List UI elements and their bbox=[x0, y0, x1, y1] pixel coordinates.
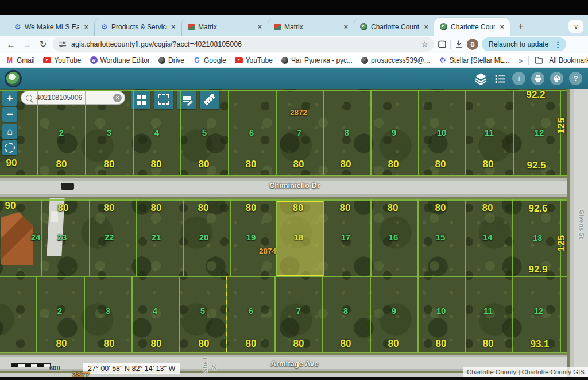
bookmark-stellar-stellar-ml[interactable]: ⚙Stellar [Stellar ML... bbox=[439, 56, 510, 64]
lot-number-label: 12 bbox=[534, 306, 544, 315]
address-bar[interactable]: agis.charlottecountyfl.gov/ccgis/?acct=4… bbox=[53, 37, 434, 52]
tab-close-icon[interactable]: × bbox=[342, 22, 349, 31]
home-button[interactable]: ⌂ bbox=[2, 124, 17, 139]
tab-label: We Make MLS Easy | bbox=[25, 23, 79, 31]
bookmark-star-icon[interactable]: ☆ bbox=[421, 40, 428, 49]
bookmark-label: Drive bbox=[168, 56, 184, 64]
parcel-line bbox=[0, 90, 567, 91]
youtube-icon bbox=[43, 57, 51, 63]
help-icon[interactable]: ? bbox=[569, 72, 582, 85]
parcel-line bbox=[512, 276, 513, 352]
bookmark-prosuccess539[interactable]: prosuccess539@... bbox=[361, 56, 430, 64]
layers-icon[interactable] bbox=[474, 71, 488, 86]
zoom-in-button[interactable]: + bbox=[2, 91, 17, 106]
youtube-icon bbox=[235, 57, 243, 63]
bookmark-drive[interactable]: Drive bbox=[158, 56, 184, 64]
forward-icon[interactable]: → bbox=[21, 40, 33, 49]
parcel-search-box[interactable]: ✕ bbox=[21, 91, 125, 105]
parcel-line bbox=[274, 276, 276, 352]
bookmark-[interactable]: Чат Рулетка - рус... bbox=[281, 56, 353, 64]
lot-number-label: 6 bbox=[249, 306, 253, 315]
bookmark-google[interactable]: GGoogle bbox=[193, 56, 226, 64]
tab-close-icon[interactable]: × bbox=[498, 22, 505, 31]
info-icon[interactable]: i bbox=[512, 72, 525, 85]
dimension-label: 80 bbox=[483, 339, 494, 348]
tab-label: Charlotte County Pro bbox=[371, 23, 419, 31]
bookmark-gmail[interactable]: MGmail bbox=[6, 56, 34, 64]
legend-list-icon[interactable] bbox=[494, 72, 506, 85]
lot-number-label: 20 bbox=[199, 233, 209, 241]
profile-avatar[interactable]: B bbox=[467, 39, 478, 50]
scale-label: 60ft bbox=[49, 364, 61, 371]
locate-button[interactable] bbox=[2, 140, 17, 155]
all-bookmarks-button[interactable]: All Bookmarks bbox=[549, 56, 588, 64]
bookmark-wordtune-editor[interactable]: wWordtune Editor bbox=[90, 56, 150, 64]
lot-number-label: 19 bbox=[246, 233, 256, 241]
zoom-out-button[interactable]: − bbox=[2, 107, 17, 122]
dimension-label: 80 bbox=[104, 159, 115, 169]
dimension-label: 80 bbox=[199, 159, 210, 169]
dimension-label: 125 bbox=[556, 235, 566, 251]
tab-we-make-mls-easy[interactable]: ⚙We Make MLS Easy |× bbox=[8, 18, 94, 36]
tab-charlotte-county-pro[interactable]: Charlotte County Pro× bbox=[354, 18, 434, 36]
new-tab-button[interactable]: + bbox=[513, 19, 528, 34]
palette-icon[interactable] bbox=[550, 72, 563, 85]
tab-close-icon[interactable]: × bbox=[170, 22, 177, 31]
search-input[interactable] bbox=[35, 93, 105, 102]
toolbar-divider bbox=[450, 40, 451, 49]
tab-charlotte-county-gis[interactable]: Charlotte County GIS× bbox=[434, 18, 510, 36]
lot-number-label: 13 bbox=[533, 233, 543, 242]
reload-icon[interactable]: ↻ bbox=[37, 39, 49, 49]
street-label: Armitage Ave bbox=[271, 360, 319, 367]
bookmark-label: YouTube bbox=[246, 56, 273, 64]
measure-tool[interactable] bbox=[200, 90, 219, 109]
back-icon[interactable]: ← bbox=[5, 40, 17, 49]
folder-icon bbox=[535, 56, 543, 64]
gis-header-icons: i ? bbox=[0, 68, 588, 89]
parcel-line bbox=[322, 276, 323, 352]
basemap-grid-tool[interactable] bbox=[131, 90, 150, 109]
bookmark-youtube[interactable]: YouTube bbox=[235, 56, 273, 64]
parcel-line bbox=[465, 199, 466, 276]
tab-search-chevron-icon[interactable]: ∨ bbox=[568, 20, 583, 33]
parcel-line bbox=[179, 276, 180, 352]
matrix-icon bbox=[188, 24, 195, 30]
lot-number-label: 15 bbox=[436, 233, 446, 241]
lot-number-label: 23 bbox=[57, 233, 67, 241]
clear-search-icon[interactable]: ✕ bbox=[113, 94, 122, 102]
lot-number-label: 11 bbox=[483, 306, 493, 315]
select-area-tool[interactable] bbox=[154, 90, 173, 109]
print-icon[interactable] bbox=[531, 72, 544, 85]
county-icon bbox=[440, 23, 447, 30]
browser-menu-icon[interactable]: ⋮ bbox=[552, 40, 564, 49]
tab-products-services[interactable]: ⚙Products & Services× bbox=[94, 18, 181, 36]
tab-close-icon[interactable]: × bbox=[256, 22, 263, 31]
dimension-label: 80 bbox=[56, 159, 67, 169]
bookmarks-overflow-icon[interactable]: » bbox=[519, 56, 523, 65]
downloads-icon[interactable] bbox=[454, 40, 463, 49]
map-canvas[interactable]: 60ft 27° 00' 58" N 82° 14' 13" W Charlot… bbox=[0, 89, 588, 377]
bookmarks-divider bbox=[528, 56, 529, 65]
parked-vehicle bbox=[51, 211, 58, 222]
site-settings-icon[interactable] bbox=[59, 40, 67, 48]
tab-matrix[interactable]: Matrix× bbox=[181, 18, 268, 36]
globe-icon bbox=[281, 57, 288, 64]
google-icon: G bbox=[193, 57, 201, 64]
lot-number-label: 3 bbox=[106, 306, 110, 315]
dimension-label: 80 bbox=[341, 339, 351, 348]
relaunch-to-update-button[interactable]: Relaunch to update ⋮ bbox=[482, 37, 566, 51]
dimension-label: 80 bbox=[483, 159, 494, 169]
tab-close-icon[interactable]: × bbox=[83, 22, 90, 31]
bookmark-youtube[interactable]: YouTube bbox=[43, 56, 81, 64]
bookmark-label: Wordtune Editor bbox=[100, 56, 150, 64]
parcel-line bbox=[418, 90, 419, 175]
gmail-icon: M bbox=[6, 57, 14, 64]
lot-number-label: 12 bbox=[535, 128, 544, 137]
parcel-line bbox=[417, 276, 419, 352]
dimension-label: 92.6 bbox=[528, 204, 547, 213]
side-panel-icon[interactable] bbox=[438, 40, 447, 49]
tab-close-icon[interactable]: × bbox=[423, 22, 430, 31]
tab-matrix[interactable]: Matrix× bbox=[268, 18, 354, 36]
dimension-label: 80 bbox=[104, 339, 115, 348]
url-text[interactable]: agis.charlottecountyfl.gov/ccgis/?acct=4… bbox=[71, 40, 416, 48]
